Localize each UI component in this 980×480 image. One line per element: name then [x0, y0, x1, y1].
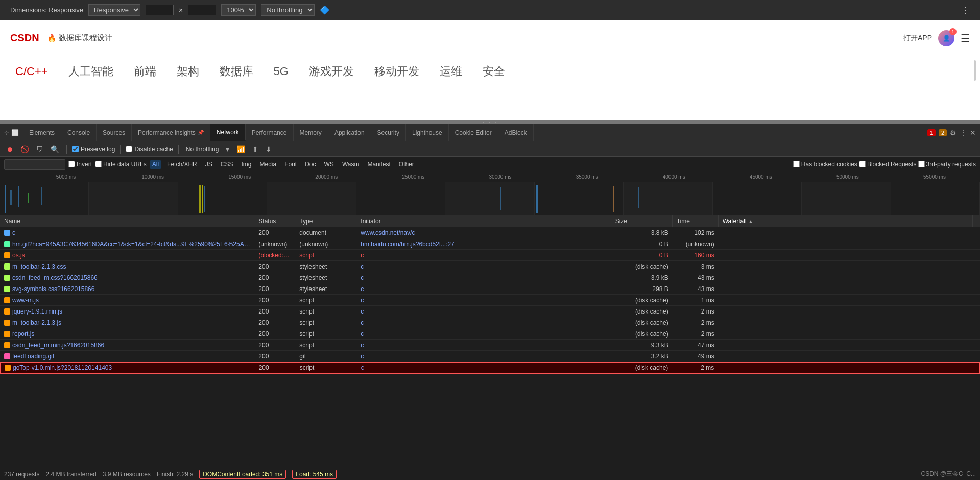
- cell-time: 3 ms: [673, 262, 719, 271]
- nav-item-cpp[interactable]: C/C++: [15, 65, 48, 78]
- settings-icon[interactable]: ⚙: [950, 129, 957, 137]
- cell-size: 0 B: [611, 239, 673, 249]
- import-icon[interactable]: ⬆: [250, 144, 260, 154]
- open-app-button[interactable]: 打开APP: [903, 34, 932, 43]
- tab-application[interactable]: Application: [328, 124, 371, 141]
- tab-adblock[interactable]: AdBlock: [498, 124, 534, 141]
- filter-doc[interactable]: Doc: [302, 160, 318, 169]
- filter-img[interactable]: Img: [238, 160, 254, 169]
- dimensions-label: Dimensions: Responsive: [10, 6, 83, 14]
- tab-cookie-editor[interactable]: Cookie Editor: [449, 124, 498, 141]
- cursor-icon[interactable]: ⊹: [4, 129, 9, 136]
- invert-checkbox[interactable]: Invert: [68, 161, 92, 168]
- nav-item-security[interactable]: 安全: [483, 64, 505, 79]
- cell-name: csdn_feed_m.css?1662015866: [0, 273, 254, 282]
- tab-memory[interactable]: Memory: [294, 124, 328, 141]
- filter-manifest[interactable]: Manifest: [365, 160, 393, 169]
- throttle-select[interactable]: No throttling: [261, 4, 315, 16]
- nav-item-mobile[interactable]: 移动开发: [374, 64, 419, 79]
- record-button[interactable]: ⏺: [4, 144, 15, 154]
- header-waterfall[interactable]: Waterfall ▲: [719, 215, 973, 227]
- filter-media[interactable]: Media: [257, 160, 279, 169]
- file-icon: [4, 286, 10, 292]
- throttle-button[interactable]: No throttling: [184, 145, 221, 154]
- more-menu-icon[interactable]: ⋮: [960, 129, 967, 137]
- table-row[interactable]: jquery-1.9.1.min.js 200 script c (disk c…: [0, 306, 980, 317]
- cell-type: script: [295, 251, 356, 260]
- tab-performance-insights[interactable]: Performance insights 📌: [132, 124, 210, 141]
- clear-button[interactable]: 🚫: [18, 144, 31, 154]
- table-row[interactable]: feedLoading.gif 200 gif c 3.2 kB 49 ms: [0, 351, 980, 362]
- filter-js[interactable]: JS: [203, 160, 215, 169]
- blocked-requests-checkbox[interactable]: Blocked Requests: [859, 161, 917, 168]
- cell-size: (disk cache): [611, 262, 673, 271]
- nav-item-db[interactable]: 数据库: [220, 64, 253, 79]
- nav-item-arch[interactable]: 架构: [177, 64, 199, 79]
- filter-icon[interactable]: ⛉: [34, 144, 45, 154]
- devtools-resize-handle[interactable]: · · ·: [0, 120, 980, 124]
- filter-input[interactable]: [4, 159, 65, 170]
- filter-other[interactable]: Other: [396, 160, 417, 169]
- cell-scroll: [973, 322, 980, 324]
- tab-security[interactable]: Security: [371, 124, 406, 141]
- table-row[interactable]: m_toolbar-2.1.3.css 200 stylesheet c (di…: [0, 261, 980, 272]
- filter-ws[interactable]: WS: [322, 160, 337, 169]
- filter-fetch-xhr[interactable]: Fetch/XHR: [164, 160, 200, 169]
- nav-item-ai[interactable]: 人工智能: [68, 64, 113, 79]
- avatar-badge: 1: [949, 28, 957, 35]
- third-party-checkbox[interactable]: 3rd-party requests: [918, 161, 976, 168]
- more-options-icon[interactable]: ⋮: [961, 5, 970, 16]
- tab-network[interactable]: Network: [210, 124, 246, 141]
- file-icon: [4, 241, 10, 247]
- table-row[interactable]: m_toolbar-2.1.3.js 200 script c (disk ca…: [0, 317, 980, 328]
- filter-css[interactable]: CSS: [218, 160, 236, 169]
- hamburger-icon[interactable]: ☰: [961, 32, 970, 44]
- nav-item-5g[interactable]: 5G: [274, 65, 289, 78]
- nav-item-ops[interactable]: 运维: [440, 64, 462, 79]
- screenshot-icon[interactable]: 🔷: [320, 5, 330, 15]
- filter-font[interactable]: Font: [282, 160, 299, 169]
- cell-name: svg-symbols.css?1662015866: [0, 284, 254, 294]
- tab-performance[interactable]: Performance: [246, 124, 294, 141]
- export-icon[interactable]: ⬇: [264, 144, 274, 154]
- table-row[interactable]: goTop-v1.0.min.js?20181120141403 200 scr…: [0, 362, 980, 373]
- tick-30000: 30000 ms: [457, 174, 543, 180]
- width-input[interactable]: 1265: [146, 5, 174, 15]
- disable-cache-checkbox[interactable]: Disable cache: [126, 146, 173, 153]
- table-row[interactable]: svg-symbols.css?1662015866 200 styleshee…: [0, 283, 980, 295]
- close-devtools-icon[interactable]: ✕: [970, 129, 976, 137]
- dimensions-select[interactable]: Responsive: [88, 4, 140, 16]
- filter-wasm[interactable]: Wasm: [340, 160, 362, 169]
- preserve-log-checkbox[interactable]: Preserve log: [72, 146, 115, 153]
- svg-rect-10: [613, 186, 614, 212]
- tab-sources[interactable]: Sources: [97, 124, 132, 141]
- cell-time: 2 ms: [673, 307, 719, 316]
- throttle-arrow-icon[interactable]: ▾: [224, 144, 231, 154]
- page-header: CSDN 🔥 数据库课程设计 打开APP 👤 1 ☰: [0, 20, 980, 56]
- table-row[interactable]: hm.gif?hca=945A3C76345616DA&cc=1&ck=1&cl…: [0, 238, 980, 250]
- hide-data-urls-checkbox[interactable]: Hide data URLs: [95, 161, 147, 168]
- filter-all[interactable]: All: [150, 160, 161, 169]
- table-row[interactable]: c 200 document www.csdn.net/nav/c 3.8 kB…: [0, 227, 980, 238]
- svg-rect-7: [204, 186, 205, 212]
- has-blocked-cookies-checkbox[interactable]: Has blocked cookies: [793, 161, 857, 168]
- inspect-icon[interactable]: ⬜: [11, 129, 19, 136]
- table-row[interactable]: www-m.js 200 script c (disk cache) 1 ms: [0, 295, 980, 306]
- tab-console[interactable]: Console: [61, 124, 97, 141]
- tab-lighthouse[interactable]: Lighthouse: [406, 124, 449, 141]
- table-row[interactable]: csdn_feed_m.min.js?1662015866 200 script…: [0, 340, 980, 351]
- height-input[interactable]: 167: [188, 5, 216, 15]
- wifi-icon[interactable]: 📶: [234, 144, 247, 154]
- nav-item-game[interactable]: 游戏开发: [309, 64, 354, 79]
- table-row[interactable]: csdn_feed_m.css?1662015866 200 styleshee…: [0, 272, 980, 283]
- search-icon[interactable]: 🔍: [49, 144, 61, 154]
- finish-time: Finish: 2.29 s: [157, 471, 193, 478]
- nav-item-frontend[interactable]: 前端: [134, 64, 156, 79]
- tab-elements[interactable]: Elements: [23, 124, 61, 141]
- table-row[interactable]: report.js 200 script c (disk cache) 2 ms: [0, 328, 980, 340]
- file-name: www-m.js: [12, 297, 39, 304]
- cell-scroll: [973, 355, 980, 357]
- resize-handle[interactable]: [974, 60, 976, 81]
- zoom-select[interactable]: 100%: [221, 4, 256, 16]
- table-row[interactable]: os.js (blocked:other) script c 0 B 160 m…: [0, 250, 980, 261]
